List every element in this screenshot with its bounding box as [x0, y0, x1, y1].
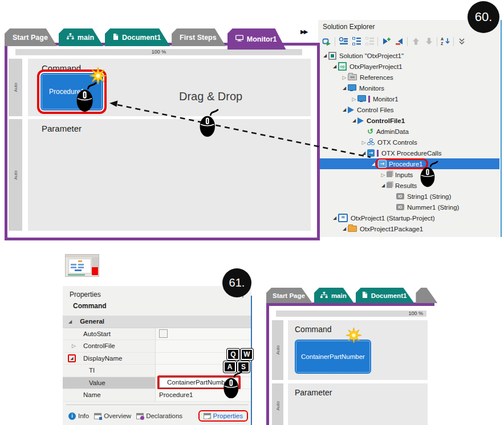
property-row[interactable]: ▷ControlFile [63, 340, 251, 353]
tree-item[interactable]: ◢ControlFile1 [318, 115, 499, 126]
autostart-checkbox[interactable] [159, 329, 168, 338]
toolbar-options-icon[interactable] [457, 36, 467, 46]
tree-item[interactable]: ◢Results [318, 180, 499, 191]
expanded-icon[interactable]: ◢ [322, 53, 328, 58]
tab-start-page[interactable]: Start Page [266, 288, 312, 303]
sync-with-active-icon[interactable] [322, 36, 332, 46]
auto-label: Auto [13, 83, 18, 92]
zoom-bar[interactable]: 100 % [15, 49, 302, 55]
tree-item[interactable]: ▷Inputs [318, 169, 499, 180]
tree-item-label: OtxProject1Package1 [360, 226, 423, 232]
tree-item-label: Nummer1 (String) [407, 204, 459, 211]
tab-monitor1[interactable]: Monitor1 [227, 28, 286, 50]
tree-item[interactable]: ◢→OTX ProcedureCalls [318, 148, 499, 158]
expanded-icon[interactable]: ◢ [331, 215, 338, 220]
control-file-icon [348, 107, 354, 113]
remove-item-icon[interactable] [394, 36, 404, 46]
auto-collapse-strip[interactable]: Auto [272, 383, 283, 425]
show-all-files-icon[interactable] [351, 36, 361, 46]
tab-document1[interactable]: Document1 [105, 28, 170, 46]
tree-item[interactable]: ◢OtxProject1Package1 [318, 223, 499, 234]
monitor-editor-panel: 100 % Auto Command Procedure1 Auto Param… [5, 43, 320, 240]
monitor-icon [235, 35, 243, 43]
tab-overflow-icon[interactable]: ▶▶ [300, 28, 307, 35]
expanded-icon[interactable]: ◢ [341, 85, 348, 91]
footer-tab-overview[interactable]: Overview [94, 412, 131, 419]
badge: ✓ [208, 416, 212, 420]
auto-collapse-strip[interactable]: Auto [9, 119, 22, 231]
property-row[interactable]: ◢General [63, 316, 251, 328]
tree-item-label: OtxProject1 (Startup-Project) [351, 215, 435, 222]
collapsed-icon[interactable]: ▷ [351, 96, 357, 102]
collapsed-icon[interactable]: ▷ [360, 140, 367, 145]
monitor-icon [348, 84, 356, 91]
collapsed-icon[interactable]: ▷ [341, 75, 348, 80]
property-label-cell: AutoStart [63, 328, 155, 340]
footer-tab-label: Info [78, 412, 89, 419]
admin-data-icon: ↺ [367, 128, 373, 135]
key-w: W [241, 349, 253, 360]
move-up-icon[interactable] [410, 36, 421, 46]
tree-item[interactable]: ◢→Procedure1 [318, 158, 499, 169]
tree-item[interactable]: ▷ooReferences [318, 72, 499, 83]
tab-label: main [331, 292, 347, 299]
tree-item-label: Inputs [395, 171, 413, 178]
procedure-call-icon: → [367, 149, 375, 157]
zoom-bar[interactable]: 100 % [276, 310, 426, 317]
expanded-icon[interactable]: ◢ [341, 226, 348, 231]
expanded-icon[interactable]: ◢ [68, 319, 72, 324]
tree-item-label: OtxPlayerProject1 [349, 63, 403, 70]
properties-title: Properties [70, 291, 101, 299]
tab-cropped[interactable] [416, 288, 437, 303]
footer-tab-declarations[interactable]: Declarations [136, 412, 182, 419]
tree-item[interactable]: ◢Monitors [318, 83, 499, 93]
expanded-icon-red-highlight[interactable]: ◢ [68, 354, 76, 362]
property-label: Name [83, 391, 101, 398]
auto-collapse-strip[interactable]: Auto [272, 320, 283, 380]
collapsed-icon[interactable]: ▷ [380, 172, 387, 178]
tab-start-page[interactable]: Start Page [5, 28, 57, 46]
sort-alphabetical-icon[interactable]: AZ [440, 36, 450, 46]
footer-tab-info[interactable]: iInfo [68, 412, 89, 420]
footer-tab-label: Overview [104, 412, 131, 419]
tree-item[interactable]: ▷Monitor1 [318, 93, 499, 104]
io-group-icon [387, 171, 392, 177]
tab-first-steps[interactable]: First Steps [172, 28, 226, 46]
expanded-icon[interactable]: ◢ [331, 64, 338, 69]
footer-tab-properties[interactable]: ✓Properties [198, 410, 248, 422]
tab-main[interactable]: main [314, 288, 354, 303]
procedure-button[interactable]: ContainerPartNumber [295, 340, 371, 374]
auto-label: Auto [13, 170, 18, 179]
tree-item[interactable]: ↺AdminData [318, 126, 499, 137]
expanded-icon[interactable]: ◢ [341, 107, 348, 112]
properties-window-icon[interactable] [338, 36, 348, 46]
step-badge-61: 61. [222, 268, 251, 297]
tab-label: First Steps [180, 34, 217, 42]
tree-item[interactable]: ◢∞OtxProject1 (Startup-Project) [318, 213, 499, 223]
expanded-icon[interactable]: ◢ [380, 183, 387, 188]
expanded-icon[interactable]: ◢ [351, 118, 357, 123]
procedure-call-icon: → [379, 160, 386, 167]
show-all-files-disabled-icon[interactable] [364, 36, 375, 46]
expanded-icon[interactable]: ◢ [360, 150, 367, 156]
move-down-icon[interactable] [424, 36, 434, 46]
references-icon: oo [348, 74, 357, 80]
tab-main[interactable]: main [59, 28, 103, 46]
property-row[interactable]: AutoStart [63, 328, 251, 341]
tree-item[interactable]: ◢Solution "OtxProject1" [318, 50, 499, 61]
tree-item[interactable]: IOString1 (String) [318, 191, 499, 202]
step-badge-60: 60. [468, 1, 499, 33]
parameter-section: Auto Parameter [272, 383, 428, 425]
tree-item[interactable]: ◢Control Files [318, 104, 499, 115]
property-value-cell[interactable] [155, 328, 251, 340]
auto-collapse-strip[interactable]: Auto [9, 59, 22, 116]
tree-item[interactable]: ◢opOtxPlayerProject1 [318, 61, 499, 72]
document-icon [362, 291, 368, 300]
tree-item[interactable]: ▷OTX Controls [318, 137, 499, 148]
tree-item[interactable]: IONummer1 (String) [318, 202, 499, 213]
drag-drop-label: Drag & Drop [179, 90, 242, 103]
solution-explorer-title: Solution Explorer [323, 23, 375, 31]
add-item-icon[interactable] [381, 36, 391, 46]
collapsed-icon[interactable]: ▷ [72, 343, 76, 349]
tab-document1[interactable]: Document1 [356, 288, 414, 303]
